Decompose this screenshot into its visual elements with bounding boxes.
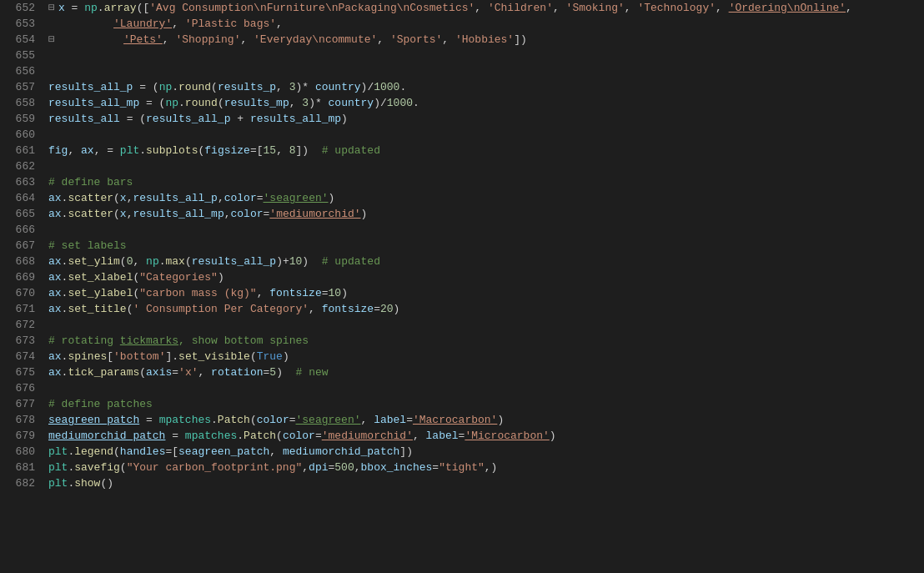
line-num-677: 677 — [0, 396, 45, 412]
line-681: 681 plt.savefig("Your carbon_footprint.p… — [0, 460, 924, 475]
line-num-657: 657 — [0, 79, 45, 95]
line-673: 673 # rotating tickmarks, show bottom sp… — [0, 333, 924, 349]
line-668: 668 ax.set_ylim(0, np.max(results_all_p)… — [0, 254, 924, 269]
line-num-666: 666 — [0, 222, 45, 238]
line-num-672: 672 — [0, 317, 45, 333]
line-676: 676 — [0, 380, 924, 396]
line-num-679: 679 — [0, 428, 45, 444]
line-content-665: ax.scatter(x,results_all_mp,color='mediu… — [45, 206, 924, 222]
line-659: 659 results_all = (results_all_p + resul… — [0, 111, 924, 127]
line-677: 677 # define patches — [0, 396, 924, 412]
line-content-664: ax.scatter(x,results_all_p,color='seagre… — [45, 190, 924, 206]
line-num-656: 656 — [0, 63, 45, 79]
line-num-664: 664 — [0, 190, 45, 206]
line-655: 655 — [0, 48, 924, 63]
line-num-669: 669 — [0, 269, 45, 285]
line-658: 658 results_all_mp = (np.round(results_m… — [0, 95, 924, 111]
line-content-682: plt.show() — [45, 475, 924, 491]
line-656: 656 — [0, 63, 924, 79]
line-num-668: 668 — [0, 254, 45, 269]
line-num-659: 659 — [0, 111, 45, 127]
line-670: 670 ax.set_ylabel("carbon mass (kg)", fo… — [0, 285, 924, 301]
line-content-677: # define patches — [45, 396, 924, 412]
line-num-662: 662 — [0, 158, 45, 174]
line-667: 667 # set labels — [0, 238, 924, 254]
line-672: 672 — [0, 317, 924, 333]
line-num-676: 676 — [0, 380, 45, 396]
line-num-661: 661 — [0, 143, 45, 158]
line-num-680: 680 — [0, 444, 45, 460]
line-num-675: 675 — [0, 364, 45, 380]
line-652: 652 ⊟x = np.array(['Avg Consumption\nFur… — [0, 0, 924, 16]
line-content-678: seagreen_patch = mpatches.Patch(color='s… — [45, 412, 924, 428]
line-679: 679 mediumorchid_patch = mpatches.Patch(… — [0, 428, 924, 444]
line-num-671: 671 — [0, 301, 45, 317]
line-num-658: 658 — [0, 95, 45, 111]
line-657: 657 results_all_p = (np.round(results_p,… — [0, 79, 924, 95]
line-content-668: ax.set_ylim(0, np.max(results_all_p)+10)… — [45, 254, 924, 269]
line-674: 674 ax.spines['bottom'].set_visible(True… — [0, 349, 924, 364]
line-660: 660 — [0, 127, 924, 143]
line-682: 682 plt.show() — [0, 475, 924, 491]
line-content-674: ax.spines['bottom'].set_visible(True) — [45, 349, 924, 364]
line-680: 680 plt.legend(handles=[seagreen_patch, … — [0, 444, 924, 460]
line-num-673: 673 — [0, 333, 45, 349]
line-num-663: 663 — [0, 174, 45, 190]
line-num-670: 670 — [0, 285, 45, 301]
line-content-657: results_all_p = (np.round(results_p, 3)*… — [45, 79, 924, 95]
line-num-682: 682 — [0, 475, 45, 491]
line-669: 669 ax.set_xlabel("Categories") — [0, 269, 924, 285]
line-num-655: 655 — [0, 48, 45, 63]
line-663: 663 # define bars — [0, 174, 924, 190]
line-661: 661 fig, ax, = plt.subplots(figsize=[15,… — [0, 143, 924, 158]
line-653: 653 'Laundry', 'Plastic bags', — [0, 16, 924, 32]
line-content-653: 'Laundry', 'Plastic bags', — [45, 16, 924, 32]
line-content-654: ⊟ 'Pets', 'Shopping', 'Everyday\ncommute… — [45, 32, 924, 48]
line-num-678: 678 — [0, 412, 45, 428]
line-671: 671 ax.set_title(' Consumption Per Categ… — [0, 301, 924, 317]
line-num-665: 665 — [0, 206, 45, 222]
line-content-673: # rotating tickmarks, show bottom spines — [45, 333, 924, 349]
line-665: 665 ax.scatter(x,results_all_mp,color='m… — [0, 206, 924, 222]
line-content-675: ax.tick_params(axis='x', rotation=5) # n… — [45, 364, 924, 380]
line-654: 654 ⊟ 'Pets', 'Shopping', 'Everyday\ncom… — [0, 32, 924, 48]
line-content-679: mediumorchid_patch = mpatches.Patch(colo… — [45, 428, 924, 444]
line-num-667: 667 — [0, 238, 45, 254]
line-num-660: 660 — [0, 127, 45, 143]
line-content-671: ax.set_title(' Consumption Per Category'… — [45, 301, 924, 317]
line-content-667: # set labels — [45, 238, 924, 254]
code-editor: 652 ⊟x = np.array(['Avg Consumption\nFur… — [0, 0, 924, 573]
line-num-653: 653 — [0, 16, 45, 32]
line-content-659: results_all = (results_all_p + results_a… — [45, 111, 924, 127]
line-content-670: ax.set_ylabel("carbon mass (kg)", fontsi… — [45, 285, 924, 301]
line-num-681: 681 — [0, 460, 45, 475]
line-content-652: ⊟x = np.array(['Avg Consumption\nFurnitu… — [45, 0, 924, 16]
line-678: 678 seagreen_patch = mpatches.Patch(colo… — [0, 412, 924, 428]
line-content-663: # define bars — [45, 174, 924, 190]
line-content-680: plt.legend(handles=[seagreen_patch, medi… — [45, 444, 924, 460]
line-num-674: 674 — [0, 349, 45, 364]
line-content-658: results_all_mp = (np.round(results_mp, 3… — [45, 95, 924, 111]
line-662: 662 — [0, 158, 924, 174]
line-666: 666 — [0, 222, 924, 238]
line-675: 675 ax.tick_params(axis='x', rotation=5)… — [0, 364, 924, 380]
line-content-681: plt.savefig("Your carbon_footprint.png",… — [45, 460, 924, 475]
line-num-652: 652 — [0, 0, 45, 16]
line-num-654: 654 — [0, 32, 45, 48]
line-content-661: fig, ax, = plt.subplots(figsize=[15, 8])… — [45, 143, 924, 158]
line-content-669: ax.set_xlabel("Categories") — [45, 269, 924, 285]
line-664: 664 ax.scatter(x,results_all_p,color='se… — [0, 190, 924, 206]
